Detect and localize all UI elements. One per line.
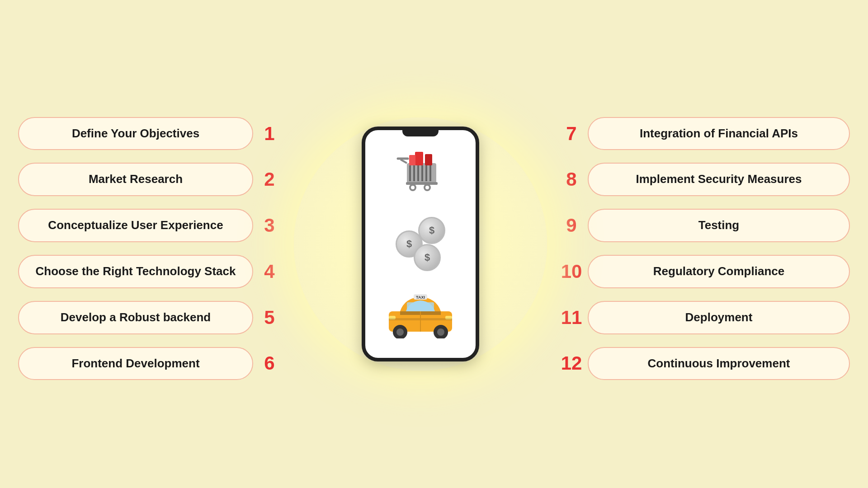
svg-point-23 (437, 328, 444, 336)
right-number-9: 9 (561, 216, 582, 235)
left-pill-4: Choose the Right Technology Stack (18, 255, 253, 288)
right-pill-10: Regulatory Compliance (588, 255, 850, 288)
coin-3: $ (414, 244, 441, 271)
right-number-11: 11 (561, 308, 582, 327)
left-number-5: 5 (259, 308, 280, 327)
phone: $ $ $ (362, 127, 479, 361)
left-item-row-3: Conceptualize User Experience3 (18, 209, 280, 242)
right-pill-11: Deployment (588, 301, 850, 334)
right-item-row-8: 8Implement Security Measures (561, 163, 850, 196)
svg-text:TAXI: TAXI (416, 295, 425, 300)
right-item-row-9: 9Testing (561, 209, 850, 242)
main-container: Define Your Objectives1Market Research2C… (0, 0, 868, 488)
svg-rect-14 (415, 152, 423, 165)
right-item-row-10: 10Regulatory Compliance (561, 255, 850, 288)
left-pill-3: Conceptualize User Experience (18, 209, 253, 242)
left-pill-1: Define Your Objectives (18, 117, 253, 150)
left-number-4: 4 (259, 262, 280, 281)
taxi-icon: TAXI (384, 289, 457, 338)
right-item-row-11: 11Deployment (561, 301, 850, 334)
center-area: $ $ $ (280, 127, 561, 361)
right-item-row-12: 12Continuous Improvement (561, 347, 850, 380)
right-pill-8: Implement Security Measures (588, 163, 850, 196)
right-number-10: 10 (561, 262, 582, 281)
svg-point-13 (425, 186, 429, 189)
left-number-3: 3 (259, 216, 280, 235)
svg-rect-4 (421, 165, 423, 181)
svg-rect-3 (417, 165, 419, 181)
left-item-row-4: Choose the Right Technology Stack4 (18, 255, 280, 288)
svg-rect-15 (425, 154, 432, 165)
right-item-row-7: 7Integration of Financial APIs (561, 117, 850, 150)
svg-point-11 (411, 186, 415, 189)
right-column: 7Integration of Financial APIs8Implement… (561, 108, 868, 380)
svg-rect-1 (409, 165, 411, 181)
svg-rect-5 (425, 165, 427, 181)
phone-notch (402, 130, 439, 136)
left-pill-6: Frontend Development (18, 347, 253, 380)
svg-point-21 (396, 328, 404, 336)
svg-line-8 (401, 160, 407, 163)
right-pill-7: Integration of Financial APIs (588, 117, 850, 150)
right-number-7: 7 (561, 124, 582, 143)
svg-rect-19 (422, 302, 434, 311)
left-item-row-2: Market Research2 (18, 163, 280, 196)
coin-1: $ (418, 217, 445, 244)
left-item-row-1: Define Your Objectives1 (18, 117, 280, 150)
left-item-row-6: Frontend Development6 (18, 347, 280, 380)
left-column: Define Your Objectives1Market Research2C… (0, 108, 280, 380)
left-pill-2: Market Research (18, 163, 253, 196)
svg-rect-2 (413, 165, 415, 181)
svg-rect-7 (406, 182, 438, 185)
svg-rect-18 (407, 302, 419, 311)
left-item-row-5: Develop a Robust backend5 (18, 301, 280, 334)
left-number-1: 1 (259, 124, 280, 143)
right-pill-9: Testing (588, 209, 850, 242)
shopping-cart-icon (393, 150, 448, 199)
right-number-12: 12 (561, 354, 582, 373)
svg-rect-6 (429, 165, 431, 181)
svg-rect-16 (409, 155, 415, 165)
coins-icon: $ $ $ (391, 217, 450, 271)
right-number-8: 8 (561, 170, 582, 189)
left-number-2: 2 (259, 170, 280, 189)
left-pill-5: Develop a Robust backend (18, 301, 253, 334)
left-number-6: 6 (259, 354, 280, 373)
right-pill-12: Continuous Improvement (588, 347, 850, 380)
